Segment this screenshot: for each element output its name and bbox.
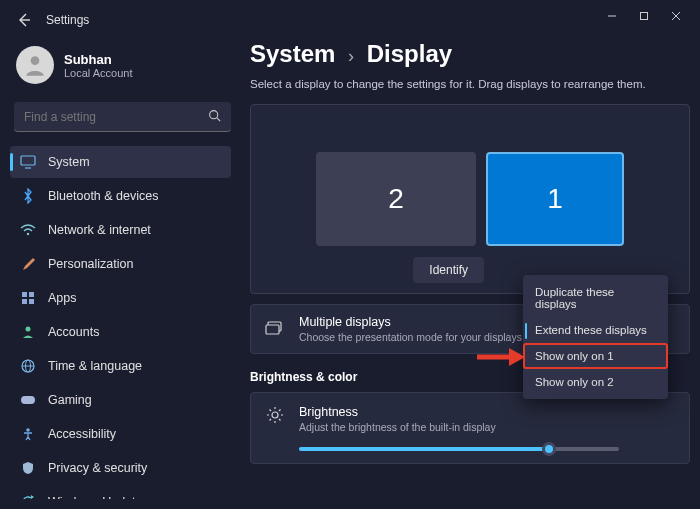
avatar-icon <box>16 46 54 84</box>
svg-line-28 <box>270 410 272 412</box>
nav-accessibility[interactable]: Accessibility <box>10 418 231 450</box>
nav-update[interactable]: Windows Update <box>10 486 231 499</box>
brightness-subtitle: Adjust the brightness of the built-in di… <box>299 421 496 433</box>
apps-icon <box>20 290 36 306</box>
nav-label: Gaming <box>48 393 92 407</box>
account-block[interactable]: Subhan Local Account <box>10 42 235 96</box>
svg-point-23 <box>272 412 278 418</box>
nav-label: Accounts <box>48 325 99 339</box>
dropdown-duplicate[interactable]: Duplicate these displays <box>523 279 668 317</box>
nav-network[interactable]: Network & internet <box>10 214 231 246</box>
nav-label: Windows Update <box>48 495 143 499</box>
svg-rect-19 <box>21 396 35 404</box>
minimize-button[interactable] <box>596 4 628 28</box>
shield-icon <box>20 460 36 476</box>
svg-rect-12 <box>29 292 34 297</box>
svg-rect-1 <box>641 13 648 20</box>
nav-label: System <box>48 155 90 169</box>
page-description: Select a display to change the settings … <box>250 78 690 90</box>
nav-system[interactable]: System <box>10 146 231 178</box>
nav-personalization[interactable]: Personalization <box>10 248 231 280</box>
nav-privacy[interactable]: Privacy & security <box>10 452 231 484</box>
svg-rect-8 <box>21 156 35 165</box>
maximize-button[interactable] <box>628 4 660 28</box>
svg-point-20 <box>26 428 30 432</box>
dropdown-show-only-1[interactable]: Show only on 1 <box>523 343 668 369</box>
nav-label: Network & internet <box>48 223 151 237</box>
svg-line-31 <box>279 410 281 412</box>
accessibility-icon <box>20 426 36 442</box>
svg-point-15 <box>26 327 31 332</box>
breadcrumb-page: Display <box>367 40 452 67</box>
brush-icon <box>20 256 36 272</box>
monitor-1[interactable]: 1 <box>486 152 624 246</box>
nav-apps[interactable]: Apps <box>10 282 231 314</box>
search-input[interactable] <box>24 110 208 124</box>
nav-time-lang[interactable]: Time & language <box>10 350 231 382</box>
bluetooth-icon <box>20 188 36 204</box>
search-box[interactable] <box>14 102 231 132</box>
monitor-2[interactable]: 2 <box>316 152 476 246</box>
person-icon <box>20 324 36 340</box>
nav-label: Accessibility <box>48 427 116 441</box>
dropdown-show-only-2[interactable]: Show only on 2 <box>523 369 668 395</box>
globe-icon <box>20 358 36 374</box>
nav-bluetooth[interactable]: Bluetooth & devices <box>10 180 231 212</box>
nav-label: Bluetooth & devices <box>48 189 159 203</box>
svg-line-29 <box>279 419 281 421</box>
brightness-title: Brightness <box>299 405 496 419</box>
nav-label: Time & language <box>48 359 142 373</box>
card-subtitle: Choose the presentation mode for your di… <box>299 331 522 343</box>
display-mode-dropdown: Duplicate these displays Extend these di… <box>523 275 668 399</box>
brightness-slider[interactable] <box>299 447 619 451</box>
display-arrangement[interactable]: 2 1 Identify <box>250 104 690 294</box>
breadcrumb-parent[interactable]: System <box>250 40 335 67</box>
account-name: Subhan <box>64 52 133 67</box>
svg-point-6 <box>210 110 218 118</box>
game-icon <box>20 392 36 408</box>
annotation-arrow <box>475 345 525 373</box>
nav-gaming[interactable]: Gaming <box>10 384 231 416</box>
nav-label: Privacy & security <box>48 461 147 475</box>
search-icon <box>208 109 221 125</box>
monitor-icon <box>20 154 36 170</box>
brightness-card: Brightness Adjust the brightness of the … <box>250 392 690 464</box>
svg-rect-22 <box>266 325 279 334</box>
svg-rect-13 <box>22 299 27 304</box>
svg-point-5 <box>31 56 40 65</box>
window-title: Settings <box>46 13 89 27</box>
brightness-icon <box>265 405 285 425</box>
nav-accounts[interactable]: Accounts <box>10 316 231 348</box>
svg-rect-11 <box>22 292 27 297</box>
update-icon <box>20 494 36 499</box>
wifi-icon <box>20 222 36 238</box>
nav-label: Apps <box>48 291 77 305</box>
slider-thumb[interactable] <box>542 442 556 456</box>
back-button[interactable] <box>14 10 34 30</box>
displays-icon <box>265 319 285 339</box>
svg-point-10 <box>27 233 29 235</box>
nav-label: Personalization <box>48 257 133 271</box>
close-button[interactable] <box>660 4 692 28</box>
account-type: Local Account <box>64 67 133 79</box>
chevron-right-icon: › <box>348 46 354 66</box>
dropdown-extend[interactable]: Extend these displays <box>523 317 668 343</box>
svg-line-30 <box>270 419 272 421</box>
identify-button[interactable]: Identify <box>413 257 484 283</box>
card-title: Multiple displays <box>299 315 522 329</box>
svg-rect-14 <box>29 299 34 304</box>
breadcrumb: System › Display <box>250 40 690 68</box>
svg-line-7 <box>217 117 220 120</box>
